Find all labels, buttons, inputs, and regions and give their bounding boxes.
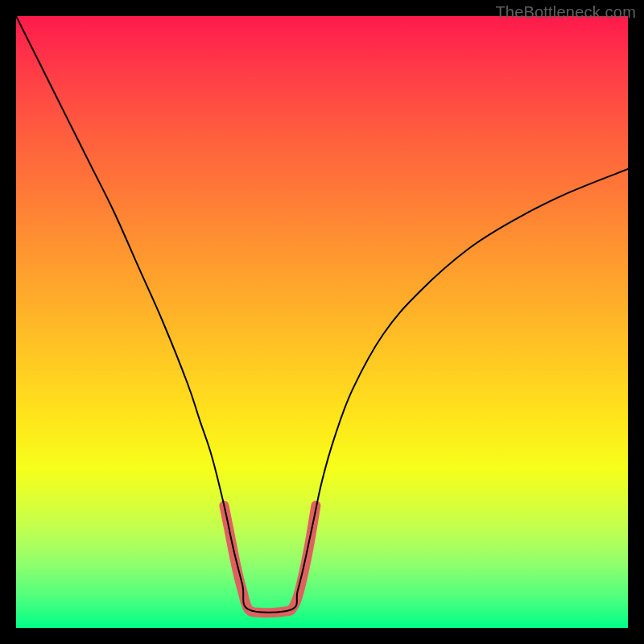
plot-area [16, 16, 628, 628]
highlight-segment [224, 506, 316, 613]
watermark-text: TheBottleneck.com [495, 3, 636, 22]
chart-stage: TheBottleneck.com [0, 0, 644, 644]
curve-layer [16, 16, 628, 628]
main-curve [16, 16, 628, 613]
